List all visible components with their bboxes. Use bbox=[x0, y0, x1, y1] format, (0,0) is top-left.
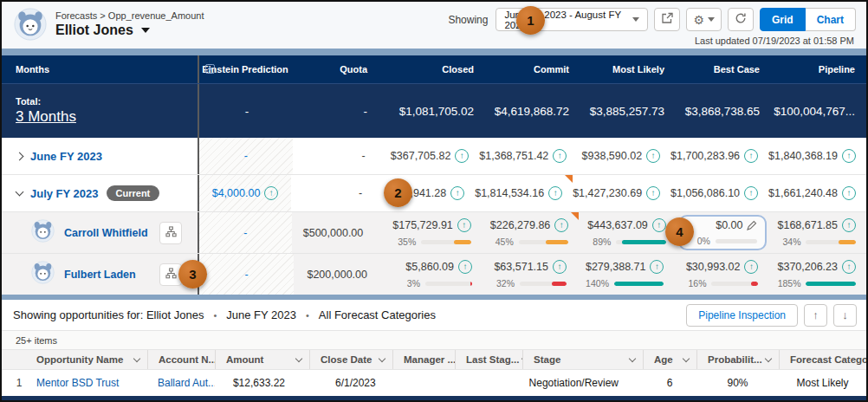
pipeline-inspection-button[interactable]: Pipeline Inspection bbox=[686, 304, 798, 327]
dot-separator: • bbox=[306, 310, 309, 321]
total-row: Total: 3 Months - - $1,081,705.02 $4,619… bbox=[2, 83, 866, 138]
trend-up-icon: ↑ bbox=[646, 149, 660, 163]
col-account-name[interactable]: Account N... bbox=[147, 350, 215, 369]
june-pipeline[interactable]: $1,840,368.19↑ bbox=[768, 138, 866, 174]
total-quota: - bbox=[295, 84, 390, 138]
trend-up-icon: ↑ bbox=[842, 218, 856, 232]
july-most-likely[interactable]: $1,427,230.69↑ bbox=[573, 175, 670, 211]
col-probability[interactable]: Probabilit... bbox=[696, 350, 779, 369]
col-header-most-likely[interactable]: Most Likely bbox=[580, 55, 676, 83]
fulbert-pipeline[interactable]: $370,206.23↑ 185% bbox=[768, 254, 866, 295]
july-einstein[interactable]: $4,000.00↑ bbox=[199, 175, 291, 211]
fulbert-closed[interactable]: $5,860.09↑ 3% bbox=[388, 254, 483, 295]
fulbert-most-likely[interactable]: $279,388.71↑ 140% bbox=[577, 254, 675, 295]
june-einstein: - bbox=[199, 138, 293, 174]
stage-value: Negotiation/Review bbox=[522, 370, 643, 396]
hierarchy-icon bbox=[165, 268, 177, 282]
trend-up-icon: ↑ bbox=[842, 149, 856, 163]
col-last-stage[interactable]: Last Stag... bbox=[455, 350, 522, 369]
fulbert-einstein: - bbox=[199, 254, 294, 295]
june-closed[interactable]: $367,705.82↑ bbox=[386, 138, 480, 174]
quota-attainment-bar bbox=[716, 239, 758, 243]
total-best-case: $3,868,738.65 bbox=[676, 84, 771, 138]
collapse-chevron-icon[interactable] bbox=[16, 188, 24, 197]
col-manager[interactable]: Manager ... bbox=[392, 350, 455, 369]
opportunity-link[interactable]: Mentor BSD Trust bbox=[36, 377, 119, 389]
quota-attainment-bar bbox=[421, 240, 471, 244]
grid-view-button[interactable]: Grid bbox=[760, 8, 806, 31]
share-icon bbox=[661, 12, 673, 27]
july-pipeline[interactable]: $1,661,240.48↑ bbox=[768, 175, 866, 211]
opportunities-summary: Showing opportunities for: Elliot Jones … bbox=[13, 308, 436, 321]
opportunity-row: 1 Mentor BSD Trust Ballard Aut... $12,63… bbox=[2, 370, 866, 396]
col-amount[interactable]: Amount bbox=[215, 350, 309, 369]
share-button[interactable] bbox=[654, 8, 680, 31]
col-close-date[interactable]: Close Date bbox=[309, 350, 392, 369]
fulbert-best-case[interactable]: $30,993.02↑ 16% bbox=[674, 254, 768, 295]
quota-attainment-bar bbox=[520, 282, 567, 286]
astro-avatar-icon bbox=[14, 8, 47, 45]
opportunities-table-header: Opportunity Name Account N... Amount Clo… bbox=[2, 350, 866, 370]
month-link[interactable]: June FY 2023 bbox=[30, 150, 102, 163]
col-header-einstein[interactable]: Einstein Prediction bbox=[199, 55, 295, 83]
person-link[interactable]: Fulbert Laden bbox=[64, 269, 136, 281]
trend-up-icon: ↑ bbox=[744, 186, 758, 200]
col-header-quota[interactable]: Quota bbox=[295, 55, 390, 83]
showing-label: Showing bbox=[448, 14, 488, 26]
astro-avatar-icon bbox=[31, 261, 55, 288]
fulbert-commit[interactable]: $63,571.15↑ 32% bbox=[483, 254, 577, 295]
col-header-months[interactable]: Months bbox=[2, 55, 199, 83]
july-commit[interactable]: $1,814,534.16↑ bbox=[475, 175, 573, 211]
owner-dropdown-icon bbox=[141, 28, 150, 33]
annotation-marker-3: 3 bbox=[178, 260, 207, 289]
july-best-case[interactable]: $1,056,086.10↑ bbox=[670, 175, 768, 211]
col-header-best-case[interactable]: Best Case bbox=[676, 55, 771, 83]
month-row-july: July FY 2023 Current $4,000.00↑ - $325,9… bbox=[2, 175, 866, 212]
grid-chart-toggle: Grid Chart bbox=[760, 8, 856, 31]
carroll-most-likely[interactable]: $443,637.09↑ 89% bbox=[579, 212, 677, 253]
refresh-button[interactable] bbox=[728, 8, 754, 31]
total-most-likely: $3,885,257.73 bbox=[580, 84, 676, 138]
edit-pencil-icon[interactable] bbox=[747, 220, 757, 230]
col-header-closed[interactable]: Closed bbox=[390, 55, 485, 83]
forecast-owner-selector[interactable]: Elliot Jones bbox=[55, 23, 204, 38]
chart-view-button[interactable]: Chart bbox=[806, 8, 856, 31]
june-best-case[interactable]: $1,700,283.96↑ bbox=[670, 138, 768, 174]
col-age[interactable]: Age bbox=[643, 350, 696, 369]
annotation-marker-4: 4 bbox=[665, 217, 694, 246]
quota-attainment-bar bbox=[711, 282, 758, 286]
carroll-closed[interactable]: $175,729.91↑ 35% bbox=[384, 212, 482, 253]
col-stage[interactable]: Stage bbox=[522, 350, 643, 369]
quota-attainment-bar bbox=[425, 282, 472, 286]
fulbert-quota: $200,000.00 bbox=[294, 254, 388, 295]
account-link[interactable]: Ballard Aut... bbox=[158, 377, 215, 389]
month-link[interactable]: July FY 2023 bbox=[30, 187, 99, 200]
expand-chevron-icon[interactable] bbox=[16, 152, 24, 160]
down-arrow-icon: ↓ bbox=[842, 308, 848, 321]
col-opportunity-name[interactable]: Opportunity Name bbox=[2, 350, 147, 369]
total-pipeline: $100,004,767... bbox=[771, 84, 866, 138]
chevron-down-icon bbox=[133, 354, 140, 361]
expand-panel-button[interactable]: ↓ bbox=[833, 304, 857, 327]
settings-button[interactable]: ⚙ bbox=[686, 8, 722, 31]
col-header-commit[interactable]: Commit bbox=[485, 55, 580, 83]
trend-up-icon: ↑ bbox=[652, 218, 666, 232]
carroll-pipeline[interactable]: $168,671.85↑ 34% bbox=[768, 212, 866, 253]
person-link[interactable]: Carroll Whitfield bbox=[64, 227, 148, 239]
total-closed: $1,081,705.02 bbox=[390, 84, 485, 138]
col-forecast-category[interactable]: Forecast Category bbox=[779, 350, 866, 369]
col-header-einstein-label: Einstein Prediction bbox=[202, 64, 288, 75]
collapse-panel-button[interactable]: ↑ bbox=[804, 304, 827, 327]
carroll-commit[interactable]: $226,279.86↑ 45% bbox=[482, 212, 580, 253]
forecasts-page: Forecasts > Opp_revenue_Amount Elliot Jo… bbox=[0, 0, 868, 402]
annotation-marker-1: 1 bbox=[516, 6, 545, 35]
breadcrumb[interactable]: Forecasts > Opp_revenue_Amount bbox=[55, 10, 204, 21]
hierarchy-button[interactable] bbox=[159, 222, 182, 244]
june-most-likely[interactable]: $938,590.02↑ bbox=[577, 138, 670, 174]
close-date-value: 6/1/2023 bbox=[309, 370, 392, 396]
manager-value bbox=[392, 370, 455, 396]
col-header-pipeline[interactable]: Pipeline bbox=[771, 55, 866, 83]
june-commit[interactable]: $1,368,751.42↑ bbox=[479, 138, 577, 174]
total-period-link[interactable]: 3 Months bbox=[16, 108, 198, 126]
trend-up-icon: ↑ bbox=[553, 260, 567, 274]
